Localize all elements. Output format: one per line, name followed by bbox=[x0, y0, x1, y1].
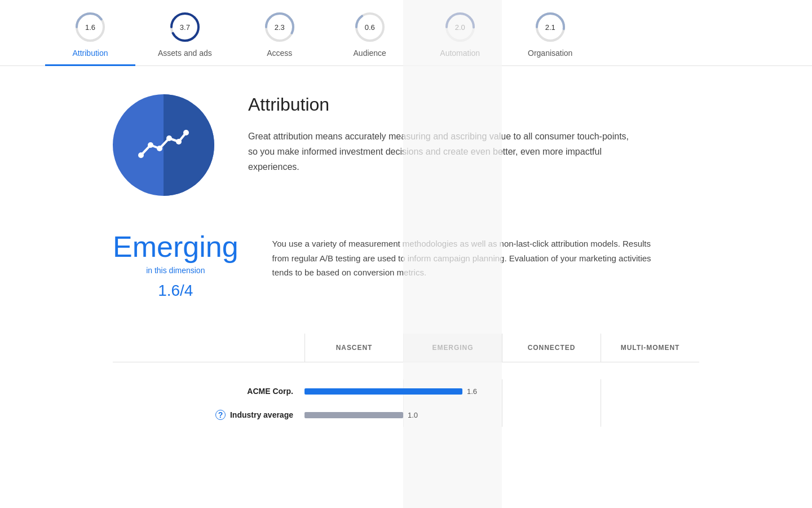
circle-assets: 3.7 bbox=[168, 10, 202, 44]
chart-header-connected: CONNECTED bbox=[502, 334, 601, 362]
tab-label-access: Access bbox=[267, 49, 292, 58]
score-description: You use a variety of measurement methodo… bbox=[272, 230, 656, 280]
svg-point-17 bbox=[183, 130, 189, 135]
tab-label-assets: Assets and ads bbox=[158, 49, 212, 58]
tab-label-audience: Audience bbox=[354, 49, 386, 58]
chart-header-emerging: EMERGING bbox=[403, 334, 502, 362]
hero-description: Great attribution means accurately measu… bbox=[248, 129, 632, 175]
nav-tab-access[interactable]: 2.3 Access bbox=[235, 0, 325, 65]
svg-point-13 bbox=[148, 142, 153, 148]
circle-text-organisation: 2.1 bbox=[545, 23, 555, 32]
chart-labels-col: ACME Corp.?Industry average bbox=[113, 379, 304, 427]
svg-point-16 bbox=[176, 139, 182, 144]
chart-bars-col: 1.61.0 bbox=[304, 379, 699, 427]
chart-row-label-0: ACME Corp. bbox=[247, 387, 293, 396]
nav-tab-attribution[interactable]: 1.6 Attribution bbox=[45, 0, 135, 65]
chart-header-cols: NASCENTEMERGINGCONNECTEDMULTI-MOMENT bbox=[304, 334, 699, 362]
bar-fill-0 bbox=[304, 388, 462, 395]
hero-icon bbox=[113, 94, 214, 196]
chart-row-label-1: Industry average bbox=[230, 410, 293, 419]
circle-text-automation: 2.0 bbox=[455, 23, 465, 32]
circle-automation: 2.0 bbox=[443, 10, 477, 44]
score-section: Emerging in this dimension 1.6/4 You use… bbox=[113, 230, 699, 300]
nav-tab-assets[interactable]: 3.7 Assets and ads bbox=[135, 0, 235, 65]
hero-title: Attribution bbox=[248, 94, 632, 115]
chart-label-row-0: ACME Corp. bbox=[113, 379, 304, 403]
score-value: 1.6/4 bbox=[113, 282, 239, 300]
svg-point-12 bbox=[138, 152, 144, 158]
score-level: Emerging bbox=[113, 230, 239, 264]
chart-section: NASCENTEMERGINGCONNECTEDMULTI-MOMENT ACM… bbox=[113, 334, 699, 444]
tab-label-attribution: Attribution bbox=[72, 49, 108, 58]
main-content: Attribution Great attribution means accu… bbox=[0, 66, 812, 472]
circle-text-attribution: 1.6 bbox=[85, 23, 95, 32]
bar-row-1: 1.0 bbox=[304, 403, 699, 427]
bar-row-0: 1.6 bbox=[304, 379, 699, 403]
nav-tab-organisation[interactable]: 2.1 Organisation bbox=[505, 0, 595, 65]
hero-text: Attribution Great attribution means accu… bbox=[248, 94, 632, 175]
circle-text-audience: 0.6 bbox=[365, 23, 375, 32]
help-icon[interactable]: ? bbox=[215, 410, 226, 420]
svg-point-15 bbox=[166, 135, 172, 141]
circle-access: 2.3 bbox=[263, 10, 297, 44]
bar-value-1: 1.0 bbox=[408, 411, 418, 419]
nav-tabs: 1.6 Attribution 3.7 Assets and ads 2.3 A… bbox=[0, 0, 812, 66]
chart-header-row: NASCENTEMERGINGCONNECTEDMULTI-MOMENT bbox=[113, 334, 699, 362]
nav-tab-automation[interactable]: 2.0 Automation bbox=[415, 0, 505, 65]
chart-data-section: ACME Corp.?Industry average 1.61.0 bbox=[113, 362, 699, 444]
circle-audience: 0.6 bbox=[353, 10, 387, 44]
circle-text-assets: 3.7 bbox=[180, 23, 190, 32]
tab-label-organisation: Organisation bbox=[528, 49, 572, 58]
svg-point-14 bbox=[157, 146, 162, 151]
circle-organisation: 2.1 bbox=[533, 10, 567, 44]
bar-value-0: 1.6 bbox=[467, 387, 477, 396]
chart-header-multi-moment: MULTI-MOMENT bbox=[601, 334, 699, 362]
chart-label-row-1: ?Industry average bbox=[113, 403, 304, 427]
chart-header-nascent: NASCENT bbox=[304, 334, 403, 362]
circle-text-access: 2.3 bbox=[275, 23, 285, 32]
tab-label-automation: Automation bbox=[440, 49, 480, 58]
nav-tab-audience[interactable]: 0.6 Audience bbox=[325, 0, 415, 65]
bar-fill-1 bbox=[304, 412, 403, 418]
chart-spacer bbox=[113, 334, 304, 362]
score-left: Emerging in this dimension 1.6/4 bbox=[113, 230, 239, 300]
circle-attribution: 1.6 bbox=[73, 10, 107, 44]
hero-section: Attribution Great attribution means accu… bbox=[113, 94, 699, 196]
score-sublabel: in this dimension bbox=[113, 266, 239, 275]
score-right: You use a variety of measurement methodo… bbox=[272, 230, 656, 280]
